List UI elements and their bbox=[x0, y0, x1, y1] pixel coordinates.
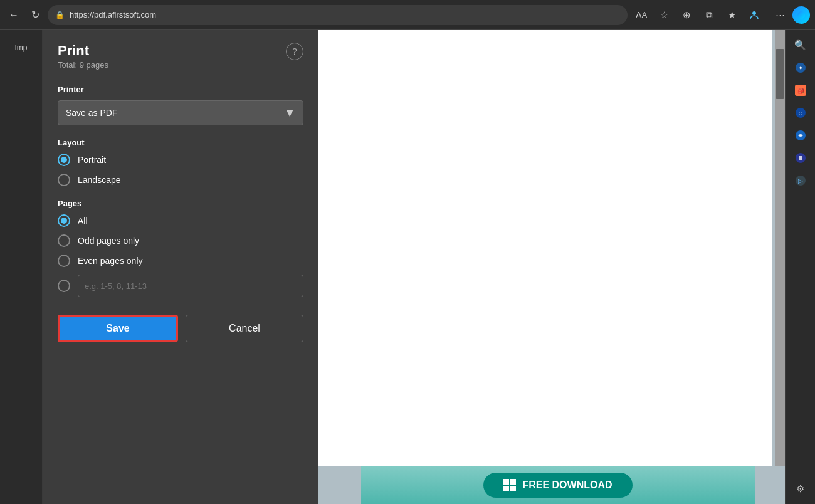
layout-section-label: Layout bbox=[58, 138, 303, 147]
all-pages-label: All bbox=[78, 216, 88, 226]
free-download-button[interactable]: FREE DOWNLOAD bbox=[483, 473, 632, 498]
split-screen-button[interactable]: ⧉ bbox=[699, 5, 719, 25]
sidebar-extension4-button[interactable] bbox=[791, 148, 811, 168]
main-area: Imp Print Total: 9 pages ? Printer Save … bbox=[0, 30, 815, 504]
odd-pages-radio[interactable] bbox=[58, 234, 70, 247]
sidebar-copilot-button[interactable]: ✦ bbox=[791, 58, 811, 78]
sidebar-search-button[interactable]: 🔍 bbox=[791, 35, 811, 55]
sidebar-settings-button[interactable]: ⚙ bbox=[791, 479, 811, 499]
svg-text:🎒: 🎒 bbox=[797, 87, 804, 95]
sidebar-extension5-button[interactable]: ▷ bbox=[791, 171, 811, 191]
svg-text:O: O bbox=[798, 110, 802, 117]
printer-section-label: Printer bbox=[58, 85, 303, 94]
lock-icon: 🔒 bbox=[55, 11, 65, 19]
refresh-button[interactable]: ↻ bbox=[26, 6, 44, 24]
favorites-button[interactable]: ☆ bbox=[654, 5, 674, 25]
free-download-label: FREE DOWNLOAD bbox=[522, 480, 612, 491]
printer-dropdown[interactable]: Save as PDF ▼ bbox=[58, 100, 303, 125]
extensions-button[interactable]: ⊕ bbox=[676, 5, 697, 25]
print-header: Print Total: 9 pages ? bbox=[58, 43, 303, 70]
imp-label: Imp bbox=[14, 43, 27, 52]
landscape-option[interactable]: Landscape bbox=[58, 174, 303, 186]
custom-pages-radio[interactable] bbox=[58, 280, 70, 292]
back-button[interactable]: ← bbox=[5, 6, 23, 24]
svg-text:▷: ▷ bbox=[798, 177, 803, 184]
save-button[interactable]: Save bbox=[58, 315, 178, 342]
sidebar-tab-imp[interactable]: Imp bbox=[9, 35, 34, 60]
edge-icon bbox=[792, 6, 810, 24]
pdf-scrollbar-thumb[interactable] bbox=[776, 49, 784, 99]
print-dialog: Print Total: 9 pages ? Printer Save as P… bbox=[43, 30, 318, 504]
browser-chrome: ← ↻ 🔒 https://pdf.afirstsoft.com AA ☆ ⊕ … bbox=[0, 0, 815, 30]
even-pages-radio[interactable] bbox=[58, 255, 70, 267]
even-pages-option[interactable]: Even pages only bbox=[58, 255, 303, 267]
portrait-option[interactable]: Portrait bbox=[58, 154, 303, 166]
windows-icon bbox=[503, 479, 516, 491]
portrait-radio[interactable] bbox=[58, 154, 70, 166]
pages-section-label: Pages bbox=[58, 199, 303, 208]
url-text: https://pdf.afirstsoft.com bbox=[70, 10, 156, 19]
help-button[interactable]: ? bbox=[286, 43, 303, 60]
browser-toolbar: AA ☆ ⊕ ⧉ ★ ⋯ bbox=[631, 5, 810, 25]
sidebar-extension1-button[interactable]: 🎒 bbox=[791, 80, 811, 100]
pages-options: All Odd pages only Even pages only bbox=[58, 214, 303, 297]
pdf-scrollbar-track[interactable] bbox=[775, 30, 785, 466]
cancel-button[interactable]: Cancel bbox=[186, 315, 303, 342]
reader-view-button[interactable]: AA bbox=[631, 5, 651, 25]
collections-button[interactable]: ★ bbox=[722, 5, 742, 25]
all-pages-radio[interactable] bbox=[58, 214, 70, 227]
custom-pages-input[interactable] bbox=[78, 275, 303, 297]
sidebar-extension2-button[interactable]: O bbox=[791, 103, 811, 123]
print-subtitle: Total: 9 pages bbox=[58, 60, 108, 70]
sidebar-extension3-button[interactable] bbox=[791, 125, 811, 145]
custom-pages-row bbox=[58, 275, 303, 297]
dropdown-arrow-icon: ▼ bbox=[284, 107, 295, 120]
landscape-label: Landscape bbox=[78, 175, 121, 185]
right-sidebar: 🔍 ✦ 🎒 O bbox=[785, 30, 815, 504]
all-pages-option[interactable]: All bbox=[58, 214, 303, 227]
odd-pages-label: Odd pages only bbox=[78, 236, 139, 246]
layout-options: Portrait Landscape bbox=[58, 154, 303, 186]
landscape-radio[interactable] bbox=[58, 174, 70, 186]
odd-pages-option[interactable]: Odd pages only bbox=[58, 234, 303, 247]
left-sidebar: Imp bbox=[0, 30, 43, 504]
profile-button[interactable] bbox=[744, 5, 764, 25]
free-download-bar: FREE DOWNLOAD bbox=[361, 466, 755, 504]
print-title-area: Print Total: 9 pages bbox=[58, 43, 108, 70]
address-bar[interactable]: 🔒 https://pdf.afirstsoft.com bbox=[48, 5, 628, 25]
printer-value: Save as PDF bbox=[66, 108, 117, 118]
portrait-label: Portrait bbox=[78, 155, 106, 165]
action-buttons: Save Cancel bbox=[58, 315, 303, 342]
even-pages-label: Even pages only bbox=[78, 256, 143, 266]
more-button[interactable]: ⋯ bbox=[770, 5, 790, 25]
svg-text:✦: ✦ bbox=[798, 65, 803, 71]
toolbar-divider bbox=[767, 8, 767, 23]
print-title: Print bbox=[58, 43, 108, 59]
